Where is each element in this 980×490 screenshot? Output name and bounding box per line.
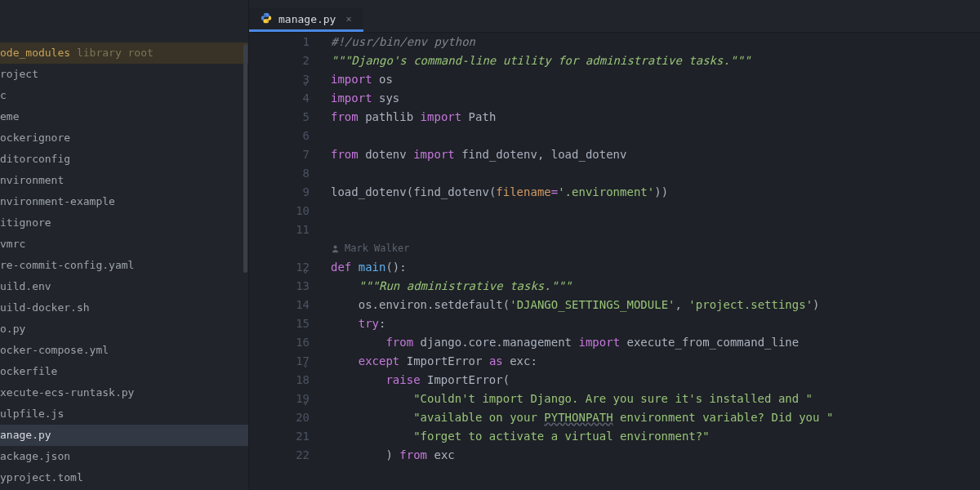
code-line[interactable]: os.environ.setdefault('DJANGO_SETTINGS_M… [331,296,980,314]
code-line[interactable]: from django.core.management import execu… [331,333,980,352]
python-icon [261,12,272,26]
file-item[interactable]: anage.py [0,425,248,446]
code-line[interactable] [331,164,980,183]
code-line[interactable] [331,220,980,239]
code-line[interactable]: from pathlib import Path [331,108,980,127]
sidebar-scrollbar[interactable] [243,44,247,273]
tab-label: manage.py [278,13,336,25]
tab-bar: manage.py ✕ [249,0,980,33]
file-item[interactable]: ockerignore [0,127,248,149]
file-item[interactable]: uild.env [0,276,248,297]
file-item[interactable]: ditorconfig [0,149,248,170]
file-item[interactable]: eme [0,106,248,127]
code-line[interactable]: """Run administrative tasks.""" [331,277,980,296]
code-content[interactable]: #!/usr/bin/env python"""Django's command… [324,33,980,490]
file-item[interactable]: ockerfile [0,361,248,382]
file-item[interactable]: xecute-ecs-runtask.py [0,382,248,403]
code-line[interactable] [331,202,980,220]
editor-area: manage.py ✕ 123⌄456789101112⌄1314151617⌄… [249,0,980,490]
file-item[interactable]: uild-docker.sh [0,297,248,318]
code-line[interactable]: load_dotenv(find_dotenv(filename='.envir… [331,183,980,202]
file-item[interactable]: roject [0,64,248,85]
code-line[interactable]: from dotenv import find_dotenv, load_dot… [331,145,980,164]
close-icon[interactable]: ✕ [345,13,351,24]
file-item[interactable]: vmrc [0,234,248,255]
code-line[interactable]: ) from exc [331,446,980,465]
code-line[interactable]: def main(): [331,258,980,277]
file-explorer: ode_modules library rootrojectcemeockeri… [0,0,249,490]
code-line[interactable]: raise ImportError( [331,371,980,390]
tab-manage-py[interactable]: manage.py ✕ [249,8,363,32]
file-item[interactable]: ocker-compose.yml [0,340,248,361]
code-line[interactable]: "available on your PYTHONPATH environmen… [331,408,980,427]
code-annotation: Mark Walker [331,239,980,258]
file-item[interactable]: ackage.json [0,446,248,467]
file-item[interactable]: nvironment-example [0,191,248,212]
file-item[interactable]: c [0,85,248,106]
code-line[interactable]: try: [331,314,980,333]
code-line[interactable]: #!/usr/bin/env python [331,33,980,51]
code-line[interactable]: except ImportError as exc: [331,352,980,371]
file-item[interactable]: ulpfile.js [0,403,248,425]
code-line[interactable]: """Django's command-line utility for adm… [331,51,980,70]
code-editor[interactable]: 123⌄456789101112⌄1314151617⌄1819⌄202122 … [249,33,980,490]
code-line[interactable] [331,127,980,145]
code-line[interactable]: "forget to activate a virtual environmen… [331,427,980,446]
file-item[interactable]: re-commit-config.yaml [0,255,248,276]
code-line[interactable]: import os [331,70,980,89]
file-item[interactable]: yproject.toml [0,467,248,488]
file-item[interactable]: o.py [0,318,248,340]
file-item[interactable]: nvironment [0,170,248,191]
code-line[interactable]: import sys [331,89,980,108]
file-item[interactable]: itignore [0,212,248,234]
code-line[interactable]: "Couldn't import Django. Are you sure it… [331,390,980,408]
line-gutter: 123⌄456789101112⌄1314151617⌄1819⌄202122 [249,33,324,490]
file-tree: ode_modules library rootrojectcemeockeri… [0,42,248,488]
file-item[interactable]: ode_modules library root [0,42,248,64]
